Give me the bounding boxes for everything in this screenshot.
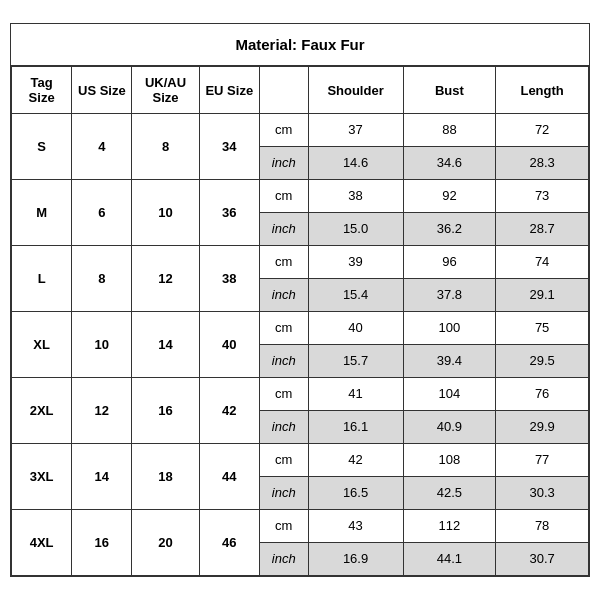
material-header: Material: Faux Fur bbox=[11, 24, 589, 66]
length-inch: 30.3 bbox=[496, 477, 589, 510]
col-header-eu: EU Size bbox=[199, 67, 259, 114]
col-header-bust: Bust bbox=[403, 67, 496, 114]
table-row: XL 10 14 40 cm 40 100 75 bbox=[12, 312, 589, 345]
eu-size-cell: 36 bbox=[199, 180, 259, 246]
bust-cm: 108 bbox=[403, 444, 496, 477]
col-header-length: Length bbox=[496, 67, 589, 114]
length-cm: 77 bbox=[496, 444, 589, 477]
shoulder-inch: 16.5 bbox=[308, 477, 403, 510]
table-row: M 6 10 36 cm 38 92 73 bbox=[12, 180, 589, 213]
unit-inch: inch bbox=[259, 411, 308, 444]
col-header-shoulder: Shoulder bbox=[308, 67, 403, 114]
shoulder-cm: 41 bbox=[308, 378, 403, 411]
length-cm: 78 bbox=[496, 510, 589, 543]
us-size-cell: 8 bbox=[72, 246, 132, 312]
shoulder-cm: 43 bbox=[308, 510, 403, 543]
length-inch: 28.7 bbox=[496, 213, 589, 246]
bust-inch: 37.8 bbox=[403, 279, 496, 312]
eu-size-cell: 44 bbox=[199, 444, 259, 510]
us-size-cell: 14 bbox=[72, 444, 132, 510]
eu-size-cell: 42 bbox=[199, 378, 259, 444]
bust-inch: 36.2 bbox=[403, 213, 496, 246]
us-size-cell: 10 bbox=[72, 312, 132, 378]
length-cm: 74 bbox=[496, 246, 589, 279]
shoulder-inch: 15.0 bbox=[308, 213, 403, 246]
uk-size-cell: 16 bbox=[132, 378, 199, 444]
us-size-cell: 6 bbox=[72, 180, 132, 246]
table-row: S 4 8 34 cm 37 88 72 bbox=[12, 114, 589, 147]
unit-inch: inch bbox=[259, 543, 308, 576]
col-header-unit bbox=[259, 67, 308, 114]
tag-size-cell: S bbox=[12, 114, 72, 180]
shoulder-inch: 14.6 bbox=[308, 147, 403, 180]
tag-size-cell: L bbox=[12, 246, 72, 312]
tag-size-cell: 4XL bbox=[12, 510, 72, 576]
bust-cm: 100 bbox=[403, 312, 496, 345]
uk-size-cell: 18 bbox=[132, 444, 199, 510]
eu-size-cell: 34 bbox=[199, 114, 259, 180]
us-size-cell: 12 bbox=[72, 378, 132, 444]
bust-cm: 88 bbox=[403, 114, 496, 147]
length-cm: 73 bbox=[496, 180, 589, 213]
shoulder-cm: 42 bbox=[308, 444, 403, 477]
unit-cm: cm bbox=[259, 246, 308, 279]
bust-cm: 112 bbox=[403, 510, 496, 543]
length-cm: 75 bbox=[496, 312, 589, 345]
table-row: 3XL 14 18 44 cm 42 108 77 bbox=[12, 444, 589, 477]
eu-size-cell: 38 bbox=[199, 246, 259, 312]
shoulder-cm: 40 bbox=[308, 312, 403, 345]
length-inch: 30.7 bbox=[496, 543, 589, 576]
col-header-tag: Tag Size bbox=[12, 67, 72, 114]
unit-cm: cm bbox=[259, 312, 308, 345]
unit-inch: inch bbox=[259, 477, 308, 510]
tag-size-cell: 3XL bbox=[12, 444, 72, 510]
bust-inch: 34.6 bbox=[403, 147, 496, 180]
uk-size-cell: 12 bbox=[132, 246, 199, 312]
length-inch: 29.9 bbox=[496, 411, 589, 444]
bust-inch: 44.1 bbox=[403, 543, 496, 576]
unit-inch: inch bbox=[259, 345, 308, 378]
uk-size-cell: 14 bbox=[132, 312, 199, 378]
table-row: 2XL 12 16 42 cm 41 104 76 bbox=[12, 378, 589, 411]
col-header-us: US Size bbox=[72, 67, 132, 114]
length-cm: 76 bbox=[496, 378, 589, 411]
shoulder-cm: 37 bbox=[308, 114, 403, 147]
shoulder-inch: 15.7 bbox=[308, 345, 403, 378]
us-size-cell: 16 bbox=[72, 510, 132, 576]
unit-inch: inch bbox=[259, 213, 308, 246]
col-header-uk: UK/AU Size bbox=[132, 67, 199, 114]
uk-size-cell: 20 bbox=[132, 510, 199, 576]
eu-size-cell: 40 bbox=[199, 312, 259, 378]
shoulder-cm: 39 bbox=[308, 246, 403, 279]
table-row: 4XL 16 20 46 cm 43 112 78 bbox=[12, 510, 589, 543]
uk-size-cell: 10 bbox=[132, 180, 199, 246]
length-inch: 28.3 bbox=[496, 147, 589, 180]
size-chart: Material: Faux Fur Tag Size US Size UK/A… bbox=[10, 23, 590, 577]
bust-inch: 39.4 bbox=[403, 345, 496, 378]
length-inch: 29.5 bbox=[496, 345, 589, 378]
tag-size-cell: 2XL bbox=[12, 378, 72, 444]
shoulder-inch: 15.4 bbox=[308, 279, 403, 312]
uk-size-cell: 8 bbox=[132, 114, 199, 180]
unit-cm: cm bbox=[259, 114, 308, 147]
shoulder-inch: 16.9 bbox=[308, 543, 403, 576]
tag-size-cell: XL bbox=[12, 312, 72, 378]
unit-cm: cm bbox=[259, 444, 308, 477]
size-table: Tag Size US Size UK/AU Size EU Size Shou… bbox=[11, 66, 589, 576]
unit-cm: cm bbox=[259, 180, 308, 213]
shoulder-cm: 38 bbox=[308, 180, 403, 213]
unit-cm: cm bbox=[259, 510, 308, 543]
unit-cm: cm bbox=[259, 378, 308, 411]
length-cm: 72 bbox=[496, 114, 589, 147]
length-inch: 29.1 bbox=[496, 279, 589, 312]
bust-cm: 104 bbox=[403, 378, 496, 411]
unit-inch: inch bbox=[259, 147, 308, 180]
tag-size-cell: M bbox=[12, 180, 72, 246]
bust-cm: 92 bbox=[403, 180, 496, 213]
eu-size-cell: 46 bbox=[199, 510, 259, 576]
table-row: L 8 12 38 cm 39 96 74 bbox=[12, 246, 589, 279]
unit-inch: inch bbox=[259, 279, 308, 312]
us-size-cell: 4 bbox=[72, 114, 132, 180]
bust-inch: 42.5 bbox=[403, 477, 496, 510]
shoulder-inch: 16.1 bbox=[308, 411, 403, 444]
